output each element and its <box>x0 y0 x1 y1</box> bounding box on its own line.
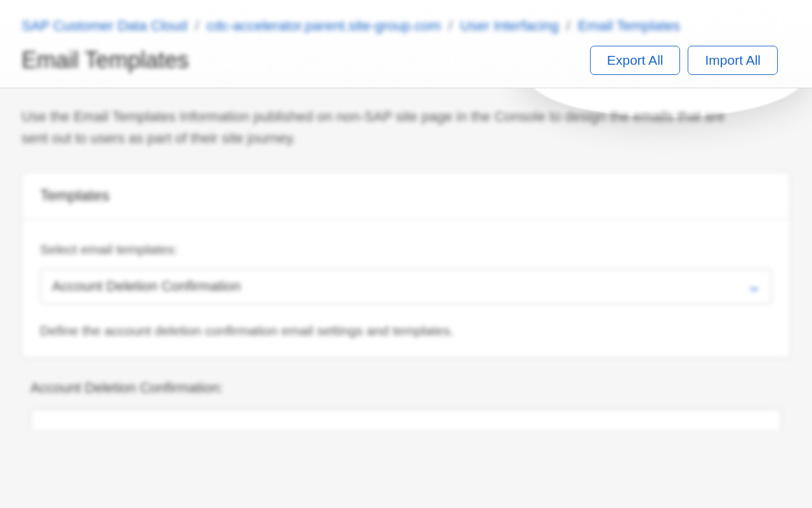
select-value: Account Deletion Confirmation <box>52 278 240 295</box>
breadcrumb: SAP Customer Data Cloud / cdc-accelerato… <box>22 18 790 34</box>
breadcrumb-item[interactable]: cdc-accelerator.parent.site-group.com <box>207 18 441 34</box>
page-title: Email Templates <box>22 47 188 74</box>
template-select[interactable]: Account Deletion Confirmation ⌄ <box>40 269 772 304</box>
chevron-down-icon: ⌄ <box>746 278 762 295</box>
export-all-button[interactable]: Export All <box>590 46 681 75</box>
section-label: Account Deletion Confirmation: <box>30 380 790 396</box>
breadcrumb-sep: / <box>195 18 199 34</box>
templates-panel: Templates Select email templates: Accoun… <box>22 172 790 358</box>
breadcrumb-item[interactable]: SAP Customer Data Cloud <box>22 18 187 34</box>
helper-text: Define the account deletion confirmation… <box>40 323 772 338</box>
breadcrumb-sep: / <box>449 18 452 34</box>
select-label: Select email templates: <box>40 242 772 257</box>
intro-text: Use the Email Templates Information publ… <box>22 106 751 149</box>
account-deletion-field[interactable] <box>30 409 782 429</box>
breadcrumb-item[interactable]: User Interfacing <box>460 18 558 34</box>
breadcrumb-item[interactable]: Email Templates <box>578 18 680 34</box>
breadcrumb-sep: / <box>566 18 570 34</box>
panel-heading: Templates <box>22 173 790 219</box>
import-all-button[interactable]: Import All <box>688 46 778 75</box>
